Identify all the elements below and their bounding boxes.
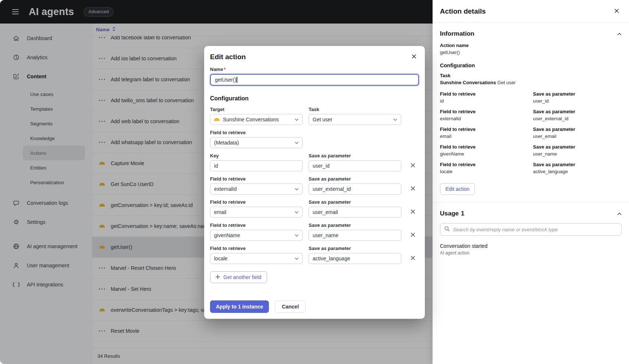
action-details-panel: Action details Information Action name g… bbox=[433, 0, 629, 364]
save-as-parameter-label: Save as parameter bbox=[309, 199, 401, 205]
field-to-retrieve-label: Field to retrieve bbox=[440, 91, 529, 97]
target-task-row: Target Sunshine Conversations Task Get u… bbox=[210, 107, 419, 125]
configuration-heading: Configuration bbox=[210, 95, 419, 102]
field-parameter-pair: Field to retrieve email Save as paramete… bbox=[440, 126, 622, 139]
save-as-parameter-label: Save as parameter bbox=[533, 126, 622, 132]
save-as-parameter-input[interactable] bbox=[309, 183, 401, 195]
field-to-retrieve-label: Field to retrieve bbox=[440, 126, 529, 132]
usage-list-item[interactable]: Conversation started AI agent action bbox=[440, 243, 622, 256]
field-to-retrieve-select[interactable]: locale bbox=[210, 253, 303, 264]
chevron-down-icon bbox=[295, 257, 299, 260]
save-as-parameter-value: active_language bbox=[533, 169, 622, 174]
get-another-field-button[interactable]: Get another field bbox=[210, 271, 267, 283]
save-as-parameter-label: Save as parameter bbox=[309, 246, 401, 251]
field-to-retrieve-select[interactable]: externalId bbox=[210, 183, 303, 195]
panel-close-button[interactable] bbox=[611, 6, 622, 17]
target-select[interactable]: Sunshine Conversations bbox=[210, 114, 303, 125]
field-to-retrieve-label: Field to retrieve bbox=[440, 162, 529, 167]
chevron-down-icon bbox=[295, 211, 299, 214]
select-value: locale bbox=[214, 256, 228, 261]
select-value: externalId bbox=[214, 186, 237, 192]
field-to-retrieve-value: givenName bbox=[440, 151, 529, 157]
remove-field-button[interactable] bbox=[407, 207, 418, 218]
usage-heading: Usage 1 bbox=[440, 210, 465, 217]
close-icon bbox=[411, 163, 415, 169]
field-to-retrieve-label: Field to retrieve bbox=[210, 130, 303, 135]
field-mapping-row: Field to retrieve email Save as paramete… bbox=[210, 199, 419, 218]
name-input[interactable]: getUser() bbox=[210, 74, 419, 86]
close-icon bbox=[411, 256, 415, 261]
search-icon bbox=[444, 226, 450, 233]
save-as-parameter-input[interactable] bbox=[309, 253, 401, 264]
field-mapping-row: Field to retrieve externalId Save as par… bbox=[210, 176, 419, 195]
usage-count: 1 bbox=[461, 210, 464, 217]
name-input-value: getUser() bbox=[215, 77, 236, 83]
chevron-down-icon bbox=[393, 118, 397, 121]
cancel-button[interactable]: Cancel bbox=[275, 300, 306, 313]
task-value: Sunshine Conversations Get user bbox=[440, 80, 622, 85]
save-as-parameter-input[interactable] bbox=[309, 160, 401, 171]
save-as-parameter-label: Save as parameter bbox=[533, 91, 622, 97]
remove-field-button[interactable] bbox=[407, 160, 418, 171]
close-icon bbox=[411, 232, 415, 238]
name-label: Name* bbox=[210, 67, 419, 72]
remove-field-button[interactable] bbox=[407, 183, 418, 195]
save-as-parameter-value: user_email bbox=[533, 133, 622, 139]
field-to-retrieve-select[interactable]: email bbox=[210, 207, 303, 218]
target-label: Target bbox=[210, 107, 303, 112]
key-input[interactable] bbox=[210, 160, 303, 171]
field-parameter-pair: Field to retrieve givenName Save as para… bbox=[440, 144, 622, 157]
metadata-select[interactable]: (Metadata) bbox=[210, 137, 303, 148]
save-as-parameter-label: Save as parameter bbox=[533, 144, 622, 150]
close-icon bbox=[411, 186, 415, 192]
select-value: email bbox=[214, 209, 226, 215]
field-to-retrieve-label: Field to retrieve bbox=[210, 222, 303, 228]
collapse-information-button[interactable] bbox=[617, 31, 622, 37]
save-as-parameter-input[interactable] bbox=[309, 207, 401, 218]
field-mapping-row: Field to retrieve locale Save as paramet… bbox=[210, 246, 419, 264]
close-icon bbox=[412, 54, 416, 60]
field-to-retrieve-label: Field to retrieve bbox=[440, 144, 529, 150]
select-value: Get user bbox=[313, 117, 333, 122]
collapse-usage-button[interactable] bbox=[617, 211, 622, 217]
field-to-retrieve-label: Field to retrieve bbox=[210, 176, 303, 182]
edit-action-modal: Edit action Name* getUser() Configuratio… bbox=[204, 46, 425, 319]
select-value: givenName bbox=[214, 232, 240, 238]
field-to-retrieve-value: email bbox=[440, 133, 529, 139]
save-as-parameter-label: Save as parameter bbox=[309, 153, 401, 158]
chevron-up-icon bbox=[617, 211, 622, 217]
usage-item-subtitle: AI agent action bbox=[440, 250, 622, 256]
close-icon bbox=[411, 209, 415, 215]
field-parameter-pair: Field to retrieve externalId Save as par… bbox=[440, 109, 622, 121]
usage-search-input[interactable] bbox=[453, 227, 618, 232]
task-label: Task bbox=[440, 73, 622, 78]
save-as-parameter-value: user_name bbox=[533, 151, 622, 157]
field-to-retrieve-value: locale bbox=[440, 169, 529, 174]
save-as-parameter-value: user_external_id bbox=[533, 116, 622, 121]
select-value: (Metadata) bbox=[214, 140, 239, 146]
chevron-up-icon bbox=[617, 31, 622, 37]
field-parameter-pair: Field to retrieve id Save as parameter u… bbox=[440, 91, 622, 104]
action-name-value: getUser() bbox=[440, 50, 622, 55]
apply-button[interactable]: Apply to 1 instance bbox=[210, 300, 269, 313]
field-to-retrieve-select[interactable]: givenName bbox=[210, 230, 303, 241]
plus-icon bbox=[216, 274, 220, 280]
save-as-parameter-label: Save as parameter bbox=[309, 222, 401, 228]
modal-close-button[interactable] bbox=[409, 52, 419, 62]
field-mapping-row: Field to retrieve givenName Save as para… bbox=[210, 222, 419, 241]
field-to-retrieve-label: Field to retrieve bbox=[440, 109, 529, 114]
remove-field-button[interactable] bbox=[407, 230, 418, 241]
modal-title: Edit action bbox=[210, 53, 246, 61]
chevron-down-icon bbox=[295, 142, 299, 144]
usage-item-title: Conversation started bbox=[440, 243, 622, 249]
edit-action-button[interactable]: Edit action bbox=[440, 183, 475, 195]
section-divider bbox=[433, 202, 629, 203]
task-select[interactable]: Get user bbox=[309, 114, 401, 125]
chevron-down-icon bbox=[295, 118, 299, 121]
chevron-down-icon bbox=[295, 188, 299, 190]
save-as-parameter-input[interactable] bbox=[309, 230, 401, 241]
save-as-parameter-label: Save as parameter bbox=[309, 176, 401, 182]
save-as-parameter-value: user_id bbox=[533, 98, 622, 104]
remove-field-button[interactable] bbox=[407, 253, 418, 264]
field-parameter-list: Field to retrieve id Save as parameter u… bbox=[440, 91, 622, 174]
